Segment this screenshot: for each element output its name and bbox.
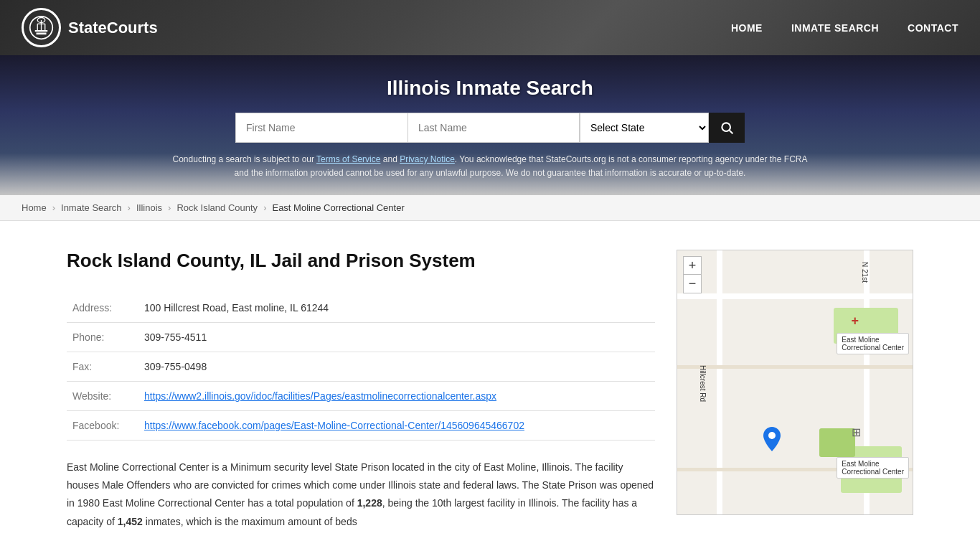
svg-line-9 [730,131,733,134]
breadcrumb-sep-4: › [263,202,266,213]
hero-disclaimer: Conducting a search is subject to our Te… [167,153,813,180]
breadcrumb-rock-island[interactable]: Rock Island County [176,202,258,213]
map-section: + East MolineCorrectional Center East Mo… [677,250,913,531]
svg-rect-1 [37,33,47,35]
logo-area: StateCourts [22,8,158,47]
info-section: Rock Island County, IL Jail and Prison S… [67,250,655,531]
map-green-3 [819,428,855,457]
info-table: Address: 100 Hillcrest Road, East moline… [67,293,655,441]
nav-home[interactable]: HOME [731,22,763,34]
map-road-v1 [717,250,722,514]
breadcrumb-sep-3: › [168,202,171,213]
table-row-fax: Fax: 309-755-0498 [67,352,655,382]
label-facebook: Facebook: [67,411,138,441]
state-select[interactable]: Select State [580,113,709,143]
hero-section: Illinois Inmate Search Select State Cond… [0,55,980,195]
search-button[interactable] [709,113,745,143]
facebook-link[interactable]: https://www.facebook.com/pages/East-Moli… [144,420,524,431]
map-building-icon: ⊞ [852,425,861,439]
map-road-h2 [677,365,913,369]
logo-icon [22,8,61,47]
website-link[interactable]: https://www2.illinois.gov/idoc/facilitie… [144,390,496,402]
breadcrumb: Home › Inmate Search › Illinois › Rock I… [0,195,980,221]
svg-point-10 [768,432,776,439]
breadcrumb-sep-1: › [52,202,55,213]
map-cross-icon: + [851,314,859,329]
last-name-input[interactable] [407,113,580,143]
map-zoom-in[interactable]: + [683,256,702,275]
value-phone: 309-755-4511 [138,323,655,352]
table-row-website: Website: https://www2.illinois.gov/idoc/… [67,382,655,411]
main-nav: HOME INMATE SEARCH CONTACT [731,22,958,34]
breadcrumb-sep-2: › [128,202,131,213]
map-container: + East MolineCorrectional Center East Mo… [677,250,913,515]
map-street-label-hillcrest: Hillcrest Rd [699,365,707,402]
map-facility-label-1: East MolineCorrectional Center [837,333,909,354]
label-website: Website: [67,382,138,411]
label-address: Address: [67,293,138,323]
breadcrumb-inmate-search[interactable]: Inmate Search [61,202,122,213]
logo-text: StateCourts [68,19,158,37]
hero-title: Illinois Inmate Search [14,77,966,100]
svg-point-8 [722,123,730,131]
value-facebook: https://www.facebook.com/pages/East-Moli… [138,411,655,441]
map-zoom-out[interactable]: − [683,275,702,293]
privacy-link[interactable]: Privacy Notice [400,154,455,164]
facility-description: East Moline Correctional Center is a Min… [67,458,655,531]
breadcrumb-home[interactable]: Home [22,202,47,213]
map-road-h1 [677,293,913,299]
breadcrumb-illinois[interactable]: Illinois [136,202,162,213]
header: StateCourts HOME INMATE SEARCH CONTACT [0,0,980,55]
label-phone: Phone: [67,323,138,352]
svg-rect-2 [35,30,48,32]
map-marker [763,427,781,453]
map-background: + East MolineCorrectional Center East Mo… [677,250,913,514]
content-wrapper: Rock Island County, IL Jail and Prison S… [31,235,949,545]
value-fax: 309-755-0498 [138,352,655,382]
label-fax: Fax: [67,352,138,382]
nav-inmate-search[interactable]: INMATE SEARCH [791,22,879,34]
table-row-facebook: Facebook: https://www.facebook.com/pages… [67,411,655,441]
first-name-input[interactable] [235,113,407,143]
nav-contact[interactable]: CONTACT [908,22,958,34]
value-address: 100 Hillcrest Road, East moline, IL 6124… [138,293,655,323]
search-bar: Select State [14,113,966,143]
value-website: https://www2.illinois.gov/idoc/facilitie… [138,382,655,411]
page-heading: Rock Island County, IL Jail and Prison S… [67,250,655,272]
table-row-address: Address: 100 Hillcrest Road, East moline… [67,293,655,323]
map-street-label-n21: N 21st [861,262,869,283]
table-row-phone: Phone: 309-755-4511 [67,323,655,352]
main-content: Rock Island County, IL Jail and Prison S… [0,221,980,551]
terms-link[interactable]: Terms of Service [316,154,380,164]
breadcrumb-current: East Moline Correctional Center [272,202,404,213]
map-facility-label-2: East MolineCorrectional Center [837,457,909,479]
